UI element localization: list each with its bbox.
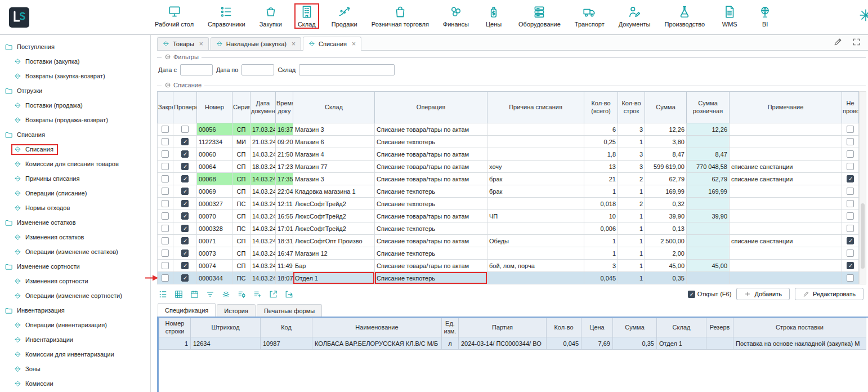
cell-note[interactable] <box>730 210 842 222</box>
cell-operation[interactable]: Списание товара/тары по актам <box>375 123 487 136</box>
cell-number[interactable]: 1122334 <box>197 136 232 148</box>
nopost-checkbox[interactable] <box>847 138 854 145</box>
list-settings-icon[interactable] <box>237 289 247 299</box>
cell-warehouse[interactable]: Магазин 12 <box>293 247 375 260</box>
closed-checkbox[interactable] <box>162 237 169 244</box>
column-header[interactable]: Склад <box>293 92 375 123</box>
cell-number[interactable]: 00068 <box>197 173 232 185</box>
cell-operation[interactable]: Списание товара/тары по актам <box>375 235 487 247</box>
list-add-icon[interactable] <box>253 289 262 299</box>
verified-checkbox[interactable] <box>181 163 189 170</box>
cell-lines[interactable]: 1 <box>618 272 645 284</box>
cell-series[interactable]: СП <box>232 247 250 260</box>
tree-item[interactable]: Изменения остатков <box>0 230 150 244</box>
closed-checkbox[interactable] <box>162 262 169 269</box>
cell-date[interactable]: 14.03.24 <box>250 185 276 198</box>
closed-checkbox[interactable] <box>162 274 169 282</box>
nopost-checkbox[interactable] <box>847 126 854 133</box>
cell-note[interactable] <box>730 136 842 148</box>
cell-sum[interactable]: 169,99 <box>645 185 687 198</box>
table-row[interactable]: 0000344ПС14.03.2418:07Отдел 1Списание те… <box>158 272 859 284</box>
spec-cell[interactable]: 10987 <box>261 337 312 350</box>
cell-reason[interactable]: бой, лом, порча <box>487 260 584 272</box>
spec-cell[interactable]: Поставка на основе накладной (закупка) М <box>733 337 866 350</box>
tree-item[interactable]: Зоны <box>0 362 150 376</box>
topbar-item-production[interactable]: Производство <box>663 3 706 29</box>
cell-sum[interactable]: 12,26 <box>645 123 687 136</box>
cell-note[interactable] <box>730 198 842 210</box>
tree-folder[interactable]: Инвентаризация <box>0 303 150 318</box>
cell-sum[interactable]: 2,00 <box>645 247 687 260</box>
cell-number[interactable]: 00071 <box>197 235 232 247</box>
cell-number[interactable]: 0000344 <box>197 272 232 284</box>
cell-time[interactable]: 18:31 <box>276 235 293 247</box>
cell-retail[interactable]: 45,00 <box>687 260 730 272</box>
verified-checkbox[interactable] <box>181 274 189 282</box>
cell-retail[interactable]: 62,79 <box>687 173 730 185</box>
tree-folder[interactable]: Изменение сортности <box>0 259 150 274</box>
topbar-item-transport[interactable]: Транспорт <box>573 3 606 29</box>
topbar-item-prices[interactable]: Цены <box>481 3 506 29</box>
tree-item[interactable]: Причины списания <box>0 171 150 186</box>
table-row[interactable]: 1122334МИ21.03.2409:20Магазин 6Списание … <box>158 136 859 148</box>
cell-series[interactable]: СП <box>232 161 250 173</box>
cell-reason[interactable]: брак <box>487 173 584 185</box>
tree-item[interactable]: Поставки (закупка) <box>0 54 150 69</box>
verified-checkbox[interactable] <box>181 250 189 257</box>
nopost-checkbox[interactable] <box>847 274 854 282</box>
open-filter-toggle[interactable]: Открыт (F6) <box>688 291 732 298</box>
cell-note[interactable] <box>730 148 842 161</box>
cell-operation[interactable]: Списание техпотерь <box>375 136 487 148</box>
cell-date[interactable]: 14.03.24 <box>250 260 276 272</box>
cell-reason[interactable] <box>487 247 584 260</box>
subtab-0[interactable]: Спецификация <box>158 303 216 317</box>
cell-date[interactable]: 14.03.24 <box>250 210 276 222</box>
cell-note[interactable]: списание санстанции <box>730 235 842 247</box>
cell-lines[interactable]: 1 <box>618 210 645 222</box>
spec-cell[interactable]: Отдел 1 <box>657 337 706 350</box>
cell-date[interactable]: 14.03.24 <box>250 198 276 210</box>
cell-lines[interactable]: 1 <box>618 222 645 235</box>
cell-qty[interactable]: 1 <box>584 185 618 198</box>
subtab-2[interactable]: Печатные формы <box>257 304 322 317</box>
cell-series[interactable]: СП <box>232 210 250 222</box>
column-header[interactable]: Операция <box>375 92 487 123</box>
cell-time[interactable]: 16:37 <box>276 123 293 136</box>
verified-checkbox[interactable] <box>181 200 189 207</box>
export-icon[interactable] <box>269 289 278 299</box>
collapse-icon[interactable] <box>164 82 171 88</box>
cell-sum[interactable]: 2 500,00 <box>645 235 687 247</box>
cell-warehouse[interactable]: Магазин 3 <box>293 173 375 185</box>
spec-cell[interactable]: 0,35 <box>613 337 657 350</box>
cell-time[interactable]: 22:04 <box>276 185 293 198</box>
gear-icon[interactable] <box>221 289 231 299</box>
column-header[interactable]: Кол-во (всего) <box>584 92 618 123</box>
cell-sum[interactable]: 0,13 <box>645 222 687 235</box>
tree-item[interactable]: Возвраты (закупка-возврат) <box>0 69 150 83</box>
closed-checkbox[interactable] <box>162 225 169 232</box>
tree-item[interactable]: Операции (изменение сортности) <box>0 288 150 303</box>
verified-checkbox[interactable] <box>181 175 189 182</box>
cell-sum[interactable]: 3,80 <box>645 136 687 148</box>
cell-qty[interactable]: 1,8 <box>584 148 618 161</box>
tree-item[interactable]: Инвентаризации <box>0 332 150 347</box>
cell-lines[interactable]: 2 <box>618 173 645 185</box>
column-header[interactable]: Сумма <box>645 92 687 123</box>
verified-checkbox[interactable] <box>181 150 189 158</box>
cell-lines[interactable]: 3 <box>618 148 645 161</box>
topbar-item-bi[interactable]: BI <box>753 3 777 29</box>
cell-reason[interactable]: ЧП <box>487 210 584 222</box>
spec-cell[interactable]: л <box>442 337 459 350</box>
closed-checkbox[interactable] <box>162 150 169 158</box>
open-checkbox[interactable] <box>688 291 695 298</box>
cell-time[interactable]: 12:11 <box>276 198 293 210</box>
spec-cell[interactable]: 0,045 <box>547 337 581 350</box>
cell-lines[interactable]: 3 <box>618 161 645 173</box>
cell-lines[interactable]: 1 <box>618 235 645 247</box>
cell-qty[interactable]: 13 <box>584 161 618 173</box>
tree-item[interactable]: Операции (инвентаризация) <box>0 318 150 332</box>
cell-number[interactable]: 00074 <box>197 260 232 272</box>
closed-checkbox[interactable] <box>162 138 169 145</box>
nopost-checkbox[interactable] <box>847 250 854 257</box>
cell-warehouse[interactable]: Магазин 77 <box>293 161 375 173</box>
